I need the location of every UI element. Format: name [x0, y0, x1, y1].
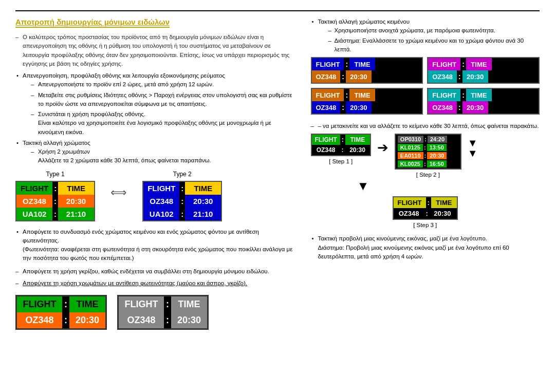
type1-header-row: FLIGHT : TIME	[16, 182, 94, 195]
t1-oz348: OZ348	[16, 195, 52, 208]
right-bullet2-list: Τακτική προβολή μιας κινούμενης εικόνας,…	[311, 234, 540, 261]
bullet1-dash3: Συνιστάται η χρήση προφύλαξης οθόνης. Εί…	[31, 110, 295, 137]
bb2-header: FLIGHT : TIME	[119, 296, 207, 312]
gb3-header: FLIGHT : TIME	[312, 89, 422, 101]
gb1-data: OZ348 : 20:30	[312, 70, 422, 83]
s2-row3: EA0110 : 20:30	[398, 152, 458, 159]
s2-row2: KL0125 : 13:50	[398, 144, 458, 151]
s1-time: TIME	[345, 135, 370, 145]
s3-data: OZ348 : 20:30	[394, 208, 457, 219]
bb1-flight: FLIGHT	[17, 296, 62, 312]
grid-board-4: FLIGHT : TIME OZ348 : 20:30	[427, 88, 540, 115]
bb1-2030: 20:30	[69, 312, 105, 328]
t2-2030: 20:30	[185, 195, 221, 208]
bb2-2030: 20:30	[171, 312, 207, 328]
gb3-dcolon: :	[340, 101, 346, 114]
bottom-boards-section: FLIGHT : TIME OZ348 : 20:30 FLIGHT : TIM…	[15, 295, 295, 330]
step3-board: FLIGHT : TIME OZ348 : 20:30	[393, 196, 458, 220]
main-bullet-list: Απενεργοποίηση, προφύλαξη οθόνης και λει…	[15, 71, 295, 165]
arrow-between-types: ⟺	[110, 171, 127, 199]
bb1-hcolon: :	[62, 296, 69, 312]
bb2-dcolon: :	[164, 312, 171, 328]
t2-ua102: UA102	[143, 208, 179, 220]
s1-hcolon: :	[340, 135, 345, 145]
gb2-dcolon: :	[457, 70, 462, 83]
s2-c4: :	[423, 161, 427, 167]
s2-c1: :	[423, 136, 428, 142]
step1-label: [ Step 1 ]	[329, 158, 353, 164]
s2-kl0125: KL0125	[398, 144, 423, 151]
type1-board: FLIGHT : TIME OZ348 : 20:30 UA102 : 21:1…	[15, 181, 95, 221]
gb1-2030: 20:30	[346, 70, 372, 83]
s2-1650: 16:50	[427, 160, 447, 167]
step1-block: FLIGHT : TIME OZ348 : 20:30 [ Step 1 ]	[311, 134, 371, 164]
gb1-time: TIME	[349, 58, 375, 70]
gb2-hcolon: :	[460, 58, 466, 70]
right-bullet-2: Τακτική προβολή μιας κινούμενης εικόνας,…	[311, 234, 540, 261]
type1-row1: OZ348 : 20:30	[16, 195, 94, 208]
bullet3-list: Αποφύγετε το συνδυασμό ενός χρώματος κει…	[15, 228, 295, 263]
types-section: Type 1 FLIGHT : TIME OZ348 : 20:30 UA102	[15, 171, 295, 221]
step1-board: FLIGHT : TIME OZ348 : 20:30	[311, 134, 371, 156]
gb3-data: OZ348 : 20:30	[312, 101, 422, 114]
gb3-flight: FLIGHT	[312, 89, 344, 101]
s3-flight: FLIGHT	[394, 197, 426, 208]
s2-1350: 13:50	[427, 144, 447, 151]
section-title: Αποτροπή δημιουργίας μόνιμων ειδώλων	[15, 17, 170, 28]
down-arrow-1: ▼	[468, 138, 478, 148]
grid-board-1: FLIGHT : TIME OZ348 : 20:30	[311, 57, 423, 84]
bb1-header: FLIGHT : TIME	[17, 296, 105, 312]
right-grid-boards: FLIGHT : TIME OZ348 : 20:30 FLIGHT : TIM…	[311, 57, 540, 115]
bullet1-dash2: Μεταβείτε στις ρυθμίσεις Ιδιότητες οθόνη…	[31, 91, 295, 109]
s1-data: OZ348 : 20:30	[312, 145, 370, 155]
bullet-item-1: Απενεργοποίηση, προφύλαξη οθόνης και λει…	[15, 71, 295, 137]
right-bullet2-block: Τακτική προβολή μιας κινούμενης εικόνας,…	[311, 234, 540, 261]
grid-board-2: FLIGHT : TIME OZ348 : 20:30	[427, 57, 540, 84]
em-dash-1: Αποφύγετε τη χρήση γκρίζου, καθώς ενδέχε…	[15, 267, 295, 276]
bullet1-dash1: Απενεργοποιήστε το προϊόν επί 2 ώρες, με…	[31, 80, 295, 89]
type2-row2: UA102 : 21:10	[143, 208, 221, 220]
gb4-2030: 20:30	[462, 101, 488, 114]
gb3-time: TIME	[349, 89, 375, 101]
step2-block: OP0310 : 24:20 KL0125 : 13:50 EA0110 : 2…	[395, 134, 461, 178]
bb1-time: TIME	[69, 296, 105, 312]
bullet-item-2: Τακτική αλλαγή χρώματος Χρήση 2 χρωμάτων…	[15, 139, 295, 165]
gb3-oz: OZ348	[312, 101, 341, 114]
bb2-flight: FLIGHT	[119, 296, 164, 312]
s1-oz: OZ348	[312, 145, 340, 155]
type2-header-row: FLIGHT : TIME	[143, 182, 221, 195]
bullet1-dashes: Απενεργοποιήστε το προϊόν επί 2 ώρες, με…	[23, 80, 295, 137]
s2-2030: 20:30	[427, 152, 447, 159]
t2-row1-colon: :	[179, 195, 185, 208]
t1-2110: 21:10	[58, 208, 94, 220]
t2-row2-colon: :	[179, 208, 185, 220]
type2-label: Type 2	[173, 171, 192, 178]
down-arrow-2: ▼	[468, 148, 478, 158]
bb2-hcolon: :	[164, 296, 171, 312]
s1-header: FLIGHT : TIME	[312, 135, 370, 145]
s2-row4: KL0025 : 16:50	[398, 160, 458, 167]
s3-2030: 20:30	[430, 208, 455, 219]
s2-ea0110: EA0110	[398, 152, 423, 159]
bullet1-note: Είναι καλύτερο να χρησιμοποιείτε ένα λογ…	[38, 120, 271, 135]
steps-intro-text: – να μετακινείτε και να αλλάζετε το κείμ…	[311, 122, 540, 130]
t1-2030: 20:30	[58, 195, 94, 208]
bb1-dcolon: :	[62, 312, 69, 328]
gb3-2030: 20:30	[346, 101, 372, 114]
s2-kl0025: KL0025	[398, 160, 423, 167]
bb1-oz: OZ348	[17, 312, 62, 328]
gb4-time: TIME	[466, 89, 492, 101]
intro-text: Ο καλύτερος τρόπος προστασίας του προϊόν…	[15, 33, 295, 68]
bullet-item-3: Αποφύγετε το συνδυασμό ενός χρώματος κει…	[15, 228, 295, 263]
t2-flight-label: FLIGHT	[143, 182, 179, 195]
right-bullet2-note: Διάστημα: Προβολή μιας κινούμενης εικόνα…	[318, 245, 509, 259]
down-arrow-3: ▼	[357, 179, 369, 193]
type2-board: FLIGHT : TIME OZ348 : 20:30 UA102 : 21:1…	[142, 181, 222, 221]
step2-to-step3-arrow: ▼	[311, 179, 540, 193]
t1-row2-colon: :	[52, 208, 58, 220]
step2-board: OP0310 : 24:20 KL0125 : 13:50 EA0110 : 2…	[395, 134, 461, 170]
gb2-oz: OZ348	[428, 70, 457, 83]
gb1-header: FLIGHT : TIME	[312, 58, 422, 70]
right-column: Τακτική αλλαγή χρώματος κειμένου Χρησιμο…	[306, 17, 540, 330]
t2-header-colon: :	[179, 182, 185, 195]
